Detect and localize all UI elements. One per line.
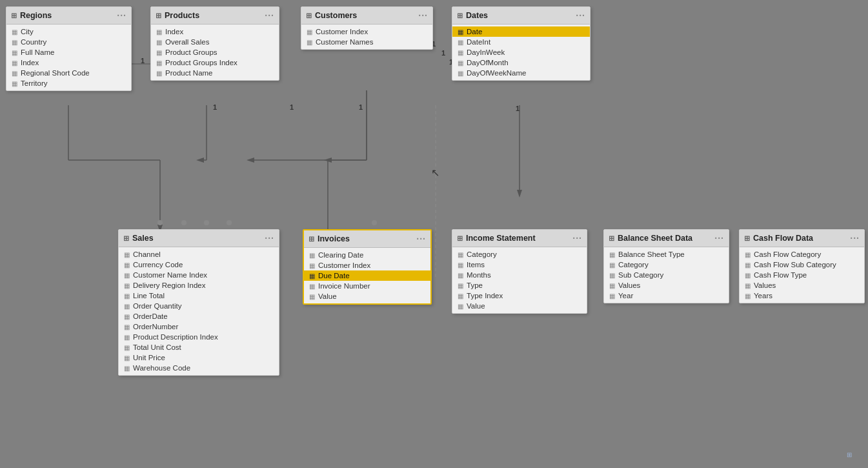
field-name: Category [618, 261, 649, 269]
field-name: Delivery Region Index [133, 281, 206, 289]
field-name: Overall Sales [165, 38, 209, 46]
field-icon: ▦ [458, 49, 463, 56]
field-icon: ▦ [745, 261, 751, 269]
field-icon: ▦ [458, 261, 463, 269]
grid-icon-income-statement: ⊞ [457, 234, 463, 243]
field-icon: ▦ [309, 283, 315, 290]
field-name: Cash Flow Type [754, 271, 807, 279]
table-balance-sheet: ⊞ Balance Sheet Data ··· ▦Balance Sheet … [603, 229, 729, 303]
dates-menu-button[interactable]: ··· [576, 10, 585, 21]
table-row: ▦Index [151, 26, 279, 37]
field-icon: ▦ [458, 303, 463, 310]
field-icon: ▦ [156, 28, 162, 36]
field-name: Product Groups [165, 48, 217, 56]
field-name: Type [467, 281, 483, 289]
table-balance-sheet-title: Balance Sheet Data [618, 234, 692, 243]
field-icon: ▦ [307, 28, 312, 36]
field-icon: ▦ [458, 59, 463, 66]
table-row: ▦Values [604, 280, 729, 290]
table-row: ▦DayOfMonth [452, 57, 590, 68]
table-regions-title: Regions [20, 11, 52, 20]
field-name: OrderNumber [133, 323, 178, 331]
field-name: Date [467, 28, 482, 36]
table-row: ▦Items [452, 259, 587, 270]
table-row: ▦Order Quantity [119, 301, 279, 311]
field-name: Customer Index [318, 261, 370, 269]
field-name: Territory [21, 79, 48, 87]
cash-flow-menu-button[interactable]: ··· [850, 233, 860, 243]
table-row: ▦Currency Code [119, 259, 279, 270]
table-row: ▦Product Groups [151, 47, 279, 57]
table-row: ▦Cash Flow Type [740, 270, 864, 280]
grid-icon-regions: ⊞ [11, 12, 17, 20]
svg-point-20 [227, 220, 232, 225]
grid-icon-balance-sheet: ⊞ [609, 234, 614, 243]
table-row: ▦DayOfWeekName [452, 68, 590, 78]
balance-sheet-menu-button[interactable]: ··· [714, 233, 724, 243]
field-icon: ▦ [609, 292, 615, 300]
table-row: ▦Unit Price [119, 352, 279, 363]
table-dates-body: ▦Date ▦DateInt ▦DayInWeek ▦DayOfMonth ▦D… [452, 25, 590, 80]
grid-icon-products: ⊞ [156, 12, 161, 20]
rel-label-products-sales: 1 [213, 103, 217, 111]
table-row: ▦DateInt [452, 37, 590, 47]
table-row: ▦Years [740, 290, 864, 301]
field-icon: ▦ [124, 272, 130, 279]
field-icon: ▦ [309, 272, 315, 280]
table-sales-title: Sales [132, 234, 154, 243]
field-icon: ▦ [458, 282, 463, 289]
table-cash-flow-header: ⊞ Cash Flow Data ··· [740, 230, 864, 247]
rel-label-customers-invoices1: 1 [290, 103, 294, 111]
field-name: Index [165, 28, 183, 36]
field-name: Index [21, 59, 39, 66]
table-row: ▦Customer Name Index [119, 270, 279, 280]
svg-marker-12 [324, 158, 332, 163]
table-row: ▦Value [452, 301, 587, 311]
field-icon: ▦ [12, 80, 17, 87]
table-row: ▦Full Name [6, 47, 131, 57]
table-row-due-date-highlighted: ▦Due Date [304, 270, 430, 281]
table-row: ▦Type Index [452, 290, 587, 301]
table-products-title: Products [165, 11, 199, 20]
field-icon: ▦ [745, 272, 751, 279]
field-icon: ▦ [609, 251, 615, 258]
field-name: DayInWeek [467, 48, 505, 56]
field-icon: ▦ [458, 39, 463, 46]
grid-icon-dates: ⊞ [457, 12, 463, 20]
products-menu-button[interactable]: ··· [265, 10, 274, 21]
field-name: Values [754, 281, 776, 289]
field-icon: ▦ [156, 59, 162, 66]
income-statement-menu-button[interactable]: ··· [572, 233, 582, 243]
field-name: Year [618, 292, 633, 300]
table-row: ▦Value [304, 291, 430, 301]
field-name: Items [467, 261, 485, 269]
table-row: ▦Overall Sales [151, 37, 279, 47]
invoices-menu-button[interactable]: ··· [416, 234, 426, 244]
table-row: ▦Product Groups Index [151, 57, 279, 68]
bottom-right-icon: ⊞ [847, 451, 852, 458]
table-row: ▦Line Total [119, 290, 279, 301]
field-name: Total Unit Cost [133, 343, 181, 351]
sales-menu-button[interactable]: ··· [265, 233, 274, 243]
table-row: ▦OrderNumber [119, 321, 279, 332]
field-icon: ▦ [609, 282, 615, 289]
field-icon: ▦ [124, 251, 130, 258]
table-row: ▦Delivery Region Index [119, 280, 279, 290]
field-name: Values [618, 281, 640, 289]
table-row-date-highlighted: ▦Date [452, 26, 590, 37]
customers-menu-button[interactable]: ··· [418, 10, 428, 21]
table-cash-flow: ⊞ Cash Flow Data ··· ▦Cash Flow Category… [739, 229, 865, 303]
field-icon: ▦ [156, 70, 162, 77]
field-icon: ▦ [458, 28, 463, 36]
field-name: DayOfWeekName [467, 69, 526, 77]
field-name: Line Total [133, 292, 165, 300]
field-name: Customer Name Index [133, 271, 207, 279]
grid-icon-invoices: ⊞ [308, 235, 314, 243]
field-name: Country [21, 38, 46, 46]
table-products: ⊞ Products ··· ▦Index ▦Overall Sales ▦Pr… [150, 6, 279, 81]
table-row: ▦Customer Index [304, 260, 430, 270]
field-name: OrderDate [133, 312, 168, 320]
regions-menu-button[interactable]: ··· [117, 10, 126, 21]
field-icon: ▦ [745, 292, 751, 300]
svg-marker-9 [247, 158, 254, 163]
